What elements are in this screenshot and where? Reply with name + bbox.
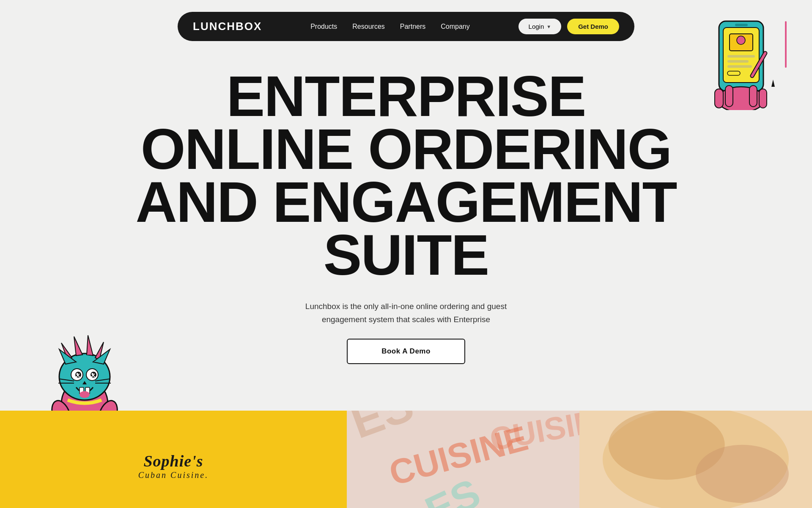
hero-title: ENTERPRISE ONLINE ORDERING AND ENGAGEMEN… [110,70,702,282]
brand-subtitle: Cuban Cuisine. [138,470,208,480]
banner-right-section: ES CUISINE ES CUISINE [347,411,812,508]
brand-name: Sophie's [138,452,208,470]
svg-point-34 [737,36,745,44]
svg-marker-8 [74,337,82,356]
navbar: LUNCHBOX Products Resources Partners Com… [178,12,634,41]
nav-link-products[interactable]: Products [310,23,337,30]
login-label: Login [529,23,544,30]
hero-subtitle: Lunchbox is the only all-in-one online o… [300,300,512,326]
svg-point-24 [80,391,90,398]
book-demo-button[interactable]: Book A Demo [347,339,465,364]
nav-right: Login ▼ Get Demo [518,19,619,34]
svg-rect-35 [727,55,755,58]
nav-link-resources[interactable]: Resources [352,23,384,30]
svg-text:✕: ✕ [75,372,80,379]
hero-title-line2: AND ENGAGEMENT SUITE [135,170,676,287]
nav-item-products[interactable]: Products [310,23,337,30]
svg-rect-39 [735,24,748,26]
svg-rect-44 [759,89,767,108]
hero-title-line1: ENTERPRISE ONLINE ORDERING [141,64,672,181]
svg-text:✕: ✕ [91,372,96,379]
get-demo-button[interactable]: Get Demo [567,19,619,34]
nav-item-resources[interactable]: Resources [352,23,384,30]
svg-rect-37 [727,65,752,68]
banner-image-1: ES CUISINE ES CUISINE [347,411,579,508]
banner-image-2 [579,411,812,508]
nav-link-partners[interactable]: Partners [400,23,425,30]
login-button[interactable]: Login ▼ [518,19,562,34]
svg-rect-38 [727,71,740,75]
svg-point-55 [696,445,789,503]
nav-logo[interactable]: LUNCHBOX [193,20,262,33]
banner-brand: Sophie's Cuban Cuisine. [138,452,208,480]
svg-rect-36 [727,60,749,63]
nav-links: Products Resources Partners Company [310,23,470,30]
svg-rect-43 [749,86,757,107]
hero-section: ENTERPRISE ONLINE ORDERING AND ENGAGEMEN… [0,53,812,364]
svg-rect-42 [725,86,733,107]
nav-item-company[interactable]: Company [441,23,469,30]
svg-rect-41 [715,89,723,108]
nav-link-company[interactable]: Company [441,23,469,30]
nav-item-partners[interactable]: Partners [400,23,425,30]
svg-marker-46 [771,80,775,87]
phone-illustration [702,17,778,110]
banner-left-section: Sophie's Cuban Cuisine. [0,411,347,508]
svg-marker-9 [87,335,93,356]
chevron-down-icon: ▼ [546,24,551,29]
bottom-banner: Sophie's Cuban Cuisine. ES CUISINE ES CU… [0,411,812,508]
